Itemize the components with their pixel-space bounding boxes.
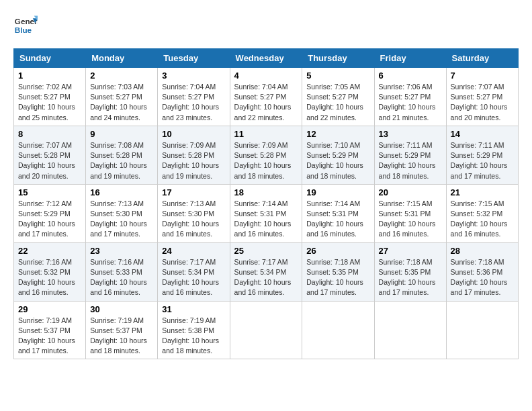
day-number: 11	[234, 129, 298, 139]
day-info: Sunrise: 7:19 AM Sunset: 5:37 PM Dayligh…	[90, 316, 153, 357]
day-number: 8	[18, 129, 81, 139]
calendar-cell: 4Sunrise: 7:04 AM Sunset: 5:27 PM Daylig…	[230, 68, 302, 126]
day-info: Sunrise: 7:16 AM Sunset: 5:33 PM Dayligh…	[90, 257, 153, 298]
day-number: 26	[306, 246, 369, 256]
calendar-cell: 21Sunrise: 7:15 AM Sunset: 5:32 PM Dayli…	[446, 184, 518, 242]
day-number: 28	[451, 246, 514, 256]
day-info: Sunrise: 7:19 AM Sunset: 5:37 PM Dayligh…	[18, 316, 81, 357]
day-info: Sunrise: 7:11 AM Sunset: 5:29 PM Dayligh…	[451, 140, 514, 181]
calendar-cell: 29Sunrise: 7:19 AM Sunset: 5:37 PM Dayli…	[14, 301, 86, 359]
day-number: 2	[90, 71, 153, 81]
day-number: 9	[90, 129, 153, 139]
day-number: 14	[451, 129, 514, 139]
weekday-header-wednesday: Wednesday	[230, 49, 302, 68]
logo-icon: General Blue	[13, 13, 38, 38]
weekday-header-thursday: Thursday	[302, 49, 374, 68]
calendar-table: SundayMondayTuesdayWednesdayThursdayFrid…	[13, 48, 519, 359]
day-number: 31	[162, 304, 225, 314]
calendar-cell: 24Sunrise: 7:17 AM Sunset: 5:34 PM Dayli…	[158, 242, 230, 301]
day-info: Sunrise: 7:14 AM Sunset: 5:31 PM Dayligh…	[234, 199, 298, 240]
day-number: 6	[379, 71, 442, 81]
calendar-cell: 19Sunrise: 7:14 AM Sunset: 5:31 PM Dayli…	[302, 184, 374, 242]
week-row-2: 8Sunrise: 7:07 AM Sunset: 5:28 PM Daylig…	[14, 126, 519, 184]
calendar-cell: 23Sunrise: 7:16 AM Sunset: 5:33 PM Dayli…	[86, 242, 158, 301]
day-info: Sunrise: 7:16 AM Sunset: 5:32 PM Dayligh…	[18, 257, 81, 298]
calendar-cell: 13Sunrise: 7:11 AM Sunset: 5:29 PM Dayli…	[374, 126, 446, 184]
calendar-cell: 31Sunrise: 7:19 AM Sunset: 5:38 PM Dayli…	[158, 301, 230, 359]
day-info: Sunrise: 7:07 AM Sunset: 5:27 PM Dayligh…	[451, 82, 514, 123]
day-info: Sunrise: 7:05 AM Sunset: 5:27 PM Dayligh…	[306, 82, 369, 123]
logo: General Blue	[13, 13, 38, 38]
day-number: 17	[162, 187, 225, 197]
day-info: Sunrise: 7:15 AM Sunset: 5:31 PM Dayligh…	[379, 199, 442, 240]
day-info: Sunrise: 7:04 AM Sunset: 5:27 PM Dayligh…	[234, 82, 298, 123]
day-info: Sunrise: 7:07 AM Sunset: 5:28 PM Dayligh…	[18, 140, 81, 181]
day-number: 21	[451, 187, 514, 197]
day-info: Sunrise: 7:19 AM Sunset: 5:38 PM Dayligh…	[162, 316, 225, 357]
day-number: 1	[18, 71, 81, 81]
day-number: 5	[306, 71, 369, 81]
day-number: 16	[90, 187, 153, 197]
day-info: Sunrise: 7:13 AM Sunset: 5:30 PM Dayligh…	[90, 199, 153, 240]
day-info: Sunrise: 7:14 AM Sunset: 5:31 PM Dayligh…	[306, 199, 369, 240]
week-row-5: 29Sunrise: 7:19 AM Sunset: 5:37 PM Dayli…	[14, 301, 519, 359]
calendar-cell: 12Sunrise: 7:10 AM Sunset: 5:29 PM Dayli…	[302, 126, 374, 184]
day-info: Sunrise: 7:03 AM Sunset: 5:27 PM Dayligh…	[90, 82, 153, 123]
day-info: Sunrise: 7:17 AM Sunset: 5:34 PM Dayligh…	[234, 257, 298, 298]
day-info: Sunrise: 7:09 AM Sunset: 5:28 PM Dayligh…	[234, 140, 298, 181]
day-info: Sunrise: 7:08 AM Sunset: 5:28 PM Dayligh…	[90, 140, 153, 181]
calendar-cell	[374, 301, 446, 359]
svg-text:General: General	[15, 17, 38, 26]
calendar-cell: 9Sunrise: 7:08 AM Sunset: 5:28 PM Daylig…	[86, 126, 158, 184]
calendar-cell: 8Sunrise: 7:07 AM Sunset: 5:28 PM Daylig…	[14, 126, 86, 184]
weekday-header-monday: Monday	[86, 49, 158, 68]
day-number: 20	[379, 187, 442, 197]
weekday-header-friday: Friday	[374, 49, 446, 68]
day-info: Sunrise: 7:18 AM Sunset: 5:35 PM Dayligh…	[379, 257, 442, 298]
calendar-cell: 25Sunrise: 7:17 AM Sunset: 5:34 PM Dayli…	[230, 242, 302, 301]
day-number: 25	[234, 246, 298, 256]
week-row-1: 1Sunrise: 7:02 AM Sunset: 5:27 PM Daylig…	[14, 68, 519, 126]
day-number: 24	[162, 246, 225, 256]
svg-text:Blue: Blue	[15, 26, 32, 34]
calendar-cell: 26Sunrise: 7:18 AM Sunset: 5:35 PM Dayli…	[302, 242, 374, 301]
day-info: Sunrise: 7:13 AM Sunset: 5:30 PM Dayligh…	[162, 199, 225, 240]
calendar-cell: 7Sunrise: 7:07 AM Sunset: 5:27 PM Daylig…	[446, 68, 518, 126]
weekday-header-row: SundayMondayTuesdayWednesdayThursdayFrid…	[14, 49, 519, 68]
day-number: 18	[234, 187, 298, 197]
day-number: 12	[306, 129, 369, 139]
calendar-cell: 3Sunrise: 7:04 AM Sunset: 5:27 PM Daylig…	[158, 68, 230, 126]
day-info: Sunrise: 7:17 AM Sunset: 5:34 PM Dayligh…	[162, 257, 225, 298]
day-info: Sunrise: 7:15 AM Sunset: 5:32 PM Dayligh…	[451, 199, 514, 240]
calendar-cell: 20Sunrise: 7:15 AM Sunset: 5:31 PM Dayli…	[374, 184, 446, 242]
day-number: 27	[379, 246, 442, 256]
weekday-header-tuesday: Tuesday	[158, 49, 230, 68]
page-header: General Blue	[13, 13, 519, 38]
day-number: 23	[90, 246, 153, 256]
calendar-cell	[302, 301, 374, 359]
calendar-cell: 28Sunrise: 7:18 AM Sunset: 5:36 PM Dayli…	[446, 242, 518, 301]
day-info: Sunrise: 7:11 AM Sunset: 5:29 PM Dayligh…	[379, 140, 442, 181]
calendar-cell: 30Sunrise: 7:19 AM Sunset: 5:37 PM Dayli…	[86, 301, 158, 359]
calendar-cell: 15Sunrise: 7:12 AM Sunset: 5:29 PM Dayli…	[14, 184, 86, 242]
day-info: Sunrise: 7:06 AM Sunset: 5:27 PM Dayligh…	[379, 82, 442, 123]
calendar-cell: 2Sunrise: 7:03 AM Sunset: 5:27 PM Daylig…	[86, 68, 158, 126]
weekday-header-sunday: Sunday	[14, 49, 86, 68]
day-number: 19	[306, 187, 369, 197]
day-number: 13	[379, 129, 442, 139]
calendar-cell: 10Sunrise: 7:09 AM Sunset: 5:28 PM Dayli…	[158, 126, 230, 184]
day-number: 30	[90, 304, 153, 314]
calendar-cell: 22Sunrise: 7:16 AM Sunset: 5:32 PM Dayli…	[14, 242, 86, 301]
day-info: Sunrise: 7:02 AM Sunset: 5:27 PM Dayligh…	[18, 82, 81, 123]
calendar-cell: 1Sunrise: 7:02 AM Sunset: 5:27 PM Daylig…	[14, 68, 86, 126]
day-info: Sunrise: 7:18 AM Sunset: 5:35 PM Dayligh…	[306, 257, 369, 298]
calendar-cell: 5Sunrise: 7:05 AM Sunset: 5:27 PM Daylig…	[302, 68, 374, 126]
week-row-4: 22Sunrise: 7:16 AM Sunset: 5:32 PM Dayli…	[14, 242, 519, 301]
day-info: Sunrise: 7:09 AM Sunset: 5:28 PM Dayligh…	[162, 140, 225, 181]
weekday-header-saturday: Saturday	[446, 49, 518, 68]
day-info: Sunrise: 7:04 AM Sunset: 5:27 PM Dayligh…	[162, 82, 225, 123]
calendar-cell: 17Sunrise: 7:13 AM Sunset: 5:30 PM Dayli…	[158, 184, 230, 242]
calendar-cell	[230, 301, 302, 359]
day-number: 7	[451, 71, 514, 81]
week-row-3: 15Sunrise: 7:12 AM Sunset: 5:29 PM Dayli…	[14, 184, 519, 242]
